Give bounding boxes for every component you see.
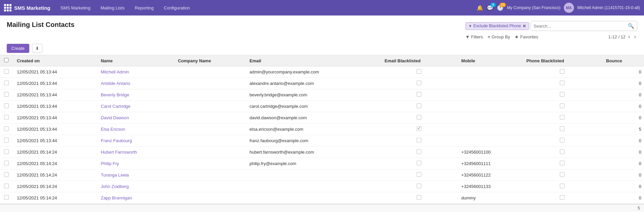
email-blacklisted-checkbox[interactable]	[417, 126, 421, 131]
email-blacklisted-checkbox[interactable]	[417, 81, 421, 85]
cell-phone-blacklisted[interactable]	[522, 66, 602, 78]
cell-phone-blacklisted[interactable]	[522, 101, 602, 112]
search-input[interactable]	[531, 21, 625, 31]
phone-blacklisted-checkbox[interactable]	[560, 149, 565, 154]
row-checkbox-cell[interactable]	[0, 101, 13, 112]
row-checkbox[interactable]	[4, 161, 9, 165]
cell-email-blacklisted[interactable]	[381, 124, 457, 135]
row-checkbox[interactable]	[4, 172, 9, 177]
cell-phone-blacklisted[interactable]	[522, 89, 602, 101]
row-checkbox-cell[interactable]	[0, 192, 13, 204]
cell-name[interactable]: Aristide Antario	[97, 78, 174, 89]
cell-email-blacklisted[interactable]	[381, 101, 457, 112]
row-checkbox-cell[interactable]	[0, 169, 13, 181]
phone-blacklisted-checkbox[interactable]	[560, 69, 565, 74]
cell-name[interactable]: Mitchell Admin	[97, 66, 174, 78]
email-blacklisted-checkbox[interactable]	[417, 103, 421, 108]
row-checkbox-cell[interactable]	[0, 112, 13, 124]
row-checkbox-cell[interactable]	[0, 89, 13, 101]
email-blacklisted-checkbox[interactable]	[417, 149, 421, 154]
email-blacklisted-checkbox[interactable]	[417, 195, 421, 200]
cell-email-blacklisted[interactable]	[381, 181, 457, 192]
create-button[interactable]: Create	[7, 44, 29, 53]
row-checkbox-cell[interactable]	[0, 181, 13, 192]
row-checkbox[interactable]	[4, 92, 9, 97]
cell-name[interactable]: Elsa Ericson	[97, 124, 174, 135]
pagination-next-button[interactable]: ›	[633, 33, 637, 40]
cell-phone-blacklisted[interactable]	[522, 124, 602, 135]
phone-blacklisted-checkbox[interactable]	[560, 161, 565, 165]
nav-sms-marketing[interactable]: SMS Marketing	[56, 3, 95, 12]
col-header-bounce[interactable]: Bounce	[602, 55, 644, 66]
cell-email-blacklisted[interactable]	[381, 135, 457, 147]
email-blacklisted-checkbox[interactable]	[417, 69, 421, 74]
cell-email-blacklisted[interactable]	[381, 112, 457, 124]
cell-name[interactable]: Franz Faubourg	[97, 135, 174, 147]
app-logo[interactable]: SMS Marketing	[4, 4, 51, 11]
cell-name[interactable]: Beverly Bridge	[97, 89, 174, 101]
phone-blacklisted-checkbox[interactable]	[560, 103, 565, 108]
search-button[interactable]: 🔍	[625, 22, 637, 30]
group-by-button[interactable]: ≡ Group By	[488, 34, 510, 39]
row-checkbox[interactable]	[4, 138, 9, 142]
nav-reporting[interactable]: Reporting	[130, 3, 158, 12]
favorites-button[interactable]: ★ Favorites	[515, 34, 538, 39]
col-header-company-name[interactable]: Company Name	[174, 55, 246, 66]
select-all-checkbox-cell[interactable]	[0, 55, 13, 66]
row-checkbox-cell[interactable]	[0, 158, 13, 169]
cell-phone-blacklisted[interactable]	[522, 181, 602, 192]
row-checkbox-cell[interactable]	[0, 135, 13, 147]
row-checkbox[interactable]	[4, 115, 9, 120]
phone-blacklisted-checkbox[interactable]	[560, 81, 565, 85]
filters-button[interactable]: ▼ Filters	[465, 34, 483, 39]
nav-mailing-lists[interactable]: Mailing Lists	[96, 3, 129, 12]
phone-blacklisted-checkbox[interactable]	[560, 184, 565, 188]
filter-tag-close-button[interactable]: ✕	[522, 24, 526, 29]
email-blacklisted-checkbox[interactable]	[417, 115, 421, 120]
row-checkbox[interactable]	[4, 126, 9, 131]
row-checkbox-cell[interactable]	[0, 66, 13, 78]
phone-blacklisted-checkbox[interactable]	[560, 172, 565, 177]
cell-email-blacklisted[interactable]	[381, 89, 457, 101]
cell-email-blacklisted[interactable]	[381, 78, 457, 89]
cell-name[interactable]: Turanga Leela	[97, 169, 174, 181]
row-checkbox[interactable]	[4, 149, 9, 154]
row-checkbox[interactable]	[4, 69, 9, 74]
cell-name[interactable]: Hubert Farnsworth	[97, 147, 174, 158]
col-header-phone-blacklisted[interactable]: Phone Blacklisted	[522, 55, 602, 66]
row-checkbox[interactable]	[4, 184, 9, 188]
cell-name[interactable]: John Zoidberg	[97, 181, 174, 192]
row-checkbox-cell[interactable]	[0, 124, 13, 135]
col-header-email-blacklisted[interactable]: Email Blacklisted	[381, 55, 457, 66]
col-header-created-on[interactable]: Created on	[13, 55, 97, 66]
row-checkbox-cell[interactable]	[0, 78, 13, 89]
row-checkbox[interactable]	[4, 195, 9, 200]
row-checkbox[interactable]	[4, 103, 9, 108]
email-blacklisted-checkbox[interactable]	[417, 172, 421, 177]
select-all-checkbox[interactable]	[4, 58, 8, 62]
activity-icon[interactable]: 🕐 24	[497, 5, 504, 11]
cell-name[interactable]: Philip Fry	[97, 158, 174, 169]
phone-blacklisted-checkbox[interactable]	[560, 138, 565, 142]
avatar[interactable]: MA	[564, 3, 574, 13]
cell-phone-blacklisted[interactable]	[522, 147, 602, 158]
cell-email-blacklisted[interactable]	[381, 66, 457, 78]
messages-icon[interactable]: 💬 8	[487, 5, 493, 11]
notification-bell[interactable]: 🔔	[477, 5, 483, 11]
email-blacklisted-checkbox[interactable]	[417, 138, 421, 142]
email-blacklisted-checkbox[interactable]	[417, 184, 421, 188]
phone-blacklisted-checkbox[interactable]	[560, 195, 565, 200]
cell-email-blacklisted[interactable]	[381, 169, 457, 181]
col-header-mobile[interactable]: Mobile	[457, 55, 522, 66]
cell-email-blacklisted[interactable]	[381, 147, 457, 158]
cell-name[interactable]: Zapp Brannigan	[97, 192, 174, 204]
phone-blacklisted-checkbox[interactable]	[560, 126, 565, 131]
cell-phone-blacklisted[interactable]	[522, 192, 602, 204]
email-blacklisted-checkbox[interactable]	[417, 92, 421, 97]
col-header-name[interactable]: Name	[97, 55, 174, 66]
download-button[interactable]: ⬇	[32, 44, 42, 53]
row-checkbox[interactable]	[4, 81, 9, 85]
cell-email-blacklisted[interactable]	[381, 158, 457, 169]
pagination-prev-button[interactable]: ‹	[627, 33, 631, 40]
phone-blacklisted-checkbox[interactable]	[560, 115, 565, 120]
